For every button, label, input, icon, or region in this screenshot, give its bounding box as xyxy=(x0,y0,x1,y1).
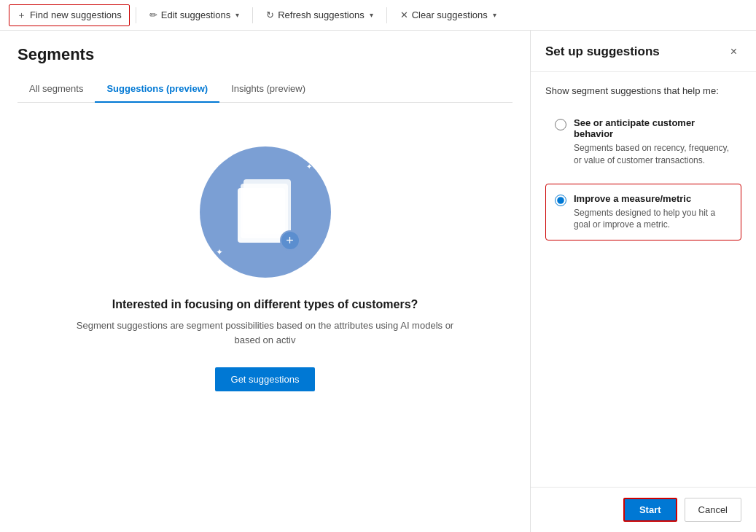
refresh-chevron-icon: ▾ xyxy=(370,11,373,19)
clear-label: Clear suggestions xyxy=(412,9,488,20)
content-description: Segment suggestions are segment possibil… xyxy=(76,318,455,347)
get-suggestions-button[interactable]: Get suggestions xyxy=(215,367,316,391)
plus-badge-icon: + xyxy=(280,230,300,251)
right-panel-footer: Start Cancel xyxy=(531,487,756,532)
radio-metric-label: Improve a measure/metric xyxy=(574,193,732,204)
refresh-suggestions-button[interactable]: ↻ Refresh suggestions ▾ xyxy=(259,6,381,24)
page-card-3 xyxy=(238,188,285,243)
right-panel: Set up suggestions × Show segment sugges… xyxy=(530,31,756,532)
toolbar-separator-3 xyxy=(386,7,387,23)
left-panel: Segments All segments Suggestions (previ… xyxy=(0,31,530,532)
right-panel-header: Set up suggestions × xyxy=(531,31,756,72)
edit-label: Edit suggestions xyxy=(161,9,230,20)
page-title: Segments xyxy=(17,45,513,64)
toolbar: ＋ Find new suggestions ✏ Edit suggestion… xyxy=(0,0,756,31)
plus-icon: ＋ xyxy=(17,9,26,22)
panel-subtitle: Show segment suggestions that help me: xyxy=(545,85,741,96)
find-new-label: Find new suggestions xyxy=(30,9,122,20)
clear-suggestions-button[interactable]: ✕ Clear suggestions ▾ xyxy=(393,6,504,24)
sparkle-bottom-right-icon: ✦ xyxy=(312,257,318,265)
tab-insights-preview[interactable]: Insights (preview) xyxy=(219,76,317,103)
find-new-suggestions-button[interactable]: ＋ Find new suggestions xyxy=(9,4,130,26)
radio-behavior-input[interactable] xyxy=(555,119,566,130)
tab-all-segments[interactable]: All segments xyxy=(17,76,95,103)
cancel-button[interactable]: Cancel xyxy=(685,498,741,522)
refresh-icon: ↻ xyxy=(266,9,274,20)
toolbar-separator-1 xyxy=(136,7,136,23)
start-button[interactable]: Start xyxy=(623,498,677,522)
radio-behavior-desc: Segments based on recency, frequency, or… xyxy=(574,142,732,167)
right-panel-title: Set up suggestions xyxy=(545,44,660,59)
main-layout: Segments All segments Suggestions (previ… xyxy=(0,31,756,532)
clear-chevron-icon: ▾ xyxy=(493,11,496,19)
radio-metric-input[interactable] xyxy=(555,195,566,206)
radio-metric-content: Improve a measure/metric Segments design… xyxy=(574,193,732,232)
pages-stack: + xyxy=(236,179,295,245)
page-header: Segments All segments Suggestions (previ… xyxy=(0,31,530,103)
content-description-text: Segment suggestions are segment possibil… xyxy=(77,320,453,345)
close-panel-button[interactable]: × xyxy=(726,44,741,60)
refresh-label: Refresh suggestions xyxy=(278,9,365,20)
illustration-circle: + ✦ ✦ xyxy=(200,146,331,278)
tabs: All segments Suggestions (preview) Insig… xyxy=(17,76,513,103)
radio-behavior-content: See or anticipate customer behavior Segm… xyxy=(574,117,732,167)
clear-icon: ✕ xyxy=(400,9,408,20)
edit-chevron-icon: ▾ xyxy=(235,11,239,19)
edit-suggestions-button[interactable]: ✏ Edit suggestions ▾ xyxy=(142,6,246,24)
radio-option-behavior[interactable]: See or anticipate customer behavior Segm… xyxy=(545,108,741,176)
content-area: + ✦ ✦ Interested in focusing on differen… xyxy=(0,103,530,420)
toolbar-separator-2 xyxy=(252,7,253,23)
content-heading: Interested in focusing on different type… xyxy=(112,298,418,311)
radio-metric-desc: Segments designed to help you hit a goal… xyxy=(574,207,732,232)
radio-option-metric[interactable]: Improve a measure/metric Segments design… xyxy=(545,184,741,241)
radio-behavior-label: See or anticipate customer behavior xyxy=(574,117,732,139)
tab-suggestions-preview[interactable]: Suggestions (preview) xyxy=(95,76,219,103)
edit-icon: ✏ xyxy=(149,9,157,20)
right-panel-body: Show segment suggestions that help me: S… xyxy=(531,72,756,487)
sparkle-bottom-left-icon: ✦ xyxy=(216,247,223,257)
